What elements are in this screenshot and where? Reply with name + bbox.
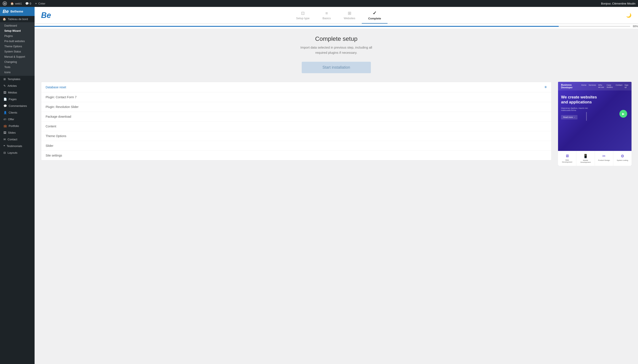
sidebar-item-dashboard[interactable]: Dashboard (0, 23, 35, 28)
sidebar-label-offer: Offer (8, 118, 14, 121)
sidebar-item-manual-support[interactable]: Manual & Support (0, 54, 35, 59)
preview-hero: We create websites and applications Maec… (558, 90, 631, 124)
sidebar-item-pre-built-websites[interactable]: Pre-built websites (0, 39, 35, 44)
wizard-step-websites[interactable]: ⊞ Websites (337, 7, 362, 23)
dark-mode-toggle[interactable]: 🌙 (626, 13, 631, 18)
system-coding-label: System coding (615, 159, 629, 161)
sidebar-item-medias[interactable]: 🖼 Médias (0, 89, 35, 96)
comments-count[interactable]: 💬 0 (25, 2, 31, 5)
create-button[interactable]: ＋ Créer (35, 2, 45, 6)
setup-subtitle: Import data selected in previous step, i… (41, 45, 631, 55)
preview-read-more-button: Read more → (561, 115, 577, 120)
sidebar-label-tableau-de-bord: Tableau de bord (8, 18, 28, 21)
portfolio-icon: 💼 (4, 124, 7, 128)
step-slider: Slider (41, 141, 551, 151)
sidebar-logo[interactable]: Be Betheme (0, 7, 35, 16)
step-package-download: Package download (41, 112, 551, 122)
wizard-step-basics[interactable]: ≡ Basics (316, 7, 337, 23)
sidebar-item-changelog[interactable]: Changelog (0, 59, 35, 64)
comments-number: 0 (30, 2, 31, 5)
wordpress-logo-icon: W (3, 1, 7, 6)
theme-options-label: Theme Options (46, 134, 66, 138)
sidebar-item-articles[interactable]: ✎ Articles (0, 82, 35, 89)
admin-bar-left: W 🏠 web1 💬 0 ＋ Créer (3, 1, 597, 6)
mobile-dev-icon: 📱 (578, 154, 592, 158)
plus-icon: ＋ (35, 2, 37, 6)
sidebar-item-system-status[interactable]: System Status (0, 49, 35, 54)
sidebar-label-contact: Contact (8, 138, 17, 141)
plugin-brand: Be (41, 8, 51, 22)
sidebar-item-icons[interactable]: Icons (0, 70, 35, 75)
sidebar-item-layouts[interactable]: ⊟ Layouts (0, 150, 35, 156)
mobile-dev-label: Mobile Development (578, 159, 592, 163)
clients-icon: 👤 (4, 111, 7, 114)
site-settings-label: Site settings (46, 154, 62, 157)
content-area: Be ⊡ Setup type ≡ Basics ⊞ Websites ✓ Co… (35, 7, 638, 364)
sidebar-label-medias: Médias (8, 91, 17, 94)
sidebar-item-portfolio[interactable]: 💼 Portfolio (0, 123, 35, 129)
progress-row: 88% (35, 24, 638, 29)
sidebar-item-theme-options[interactable]: Theme Options (0, 44, 35, 49)
sidebar-item-setup-wizard[interactable]: Setup Wizard (0, 28, 35, 34)
preview-nav-links: Home Services Who we are Case studies Co… (581, 84, 628, 88)
database-reset-label: Database reset (46, 86, 66, 89)
sidebar-item-clients[interactable]: 👤 Clients (0, 109, 35, 116)
wizard-step-setup-type[interactable]: ⊡ Setup type (290, 7, 316, 23)
comment-icon: 💬 (25, 2, 29, 5)
sidebar-item-commentaires[interactable]: 💬 Commentaires (0, 102, 35, 109)
preview-card-system-coding: ⚙ System coding (613, 151, 631, 166)
site-name-link[interactable]: web1 (15, 2, 22, 5)
templates-icon: ⊞ (4, 78, 6, 81)
sidebar-label-testimonials: Testimonials (7, 144, 22, 148)
setup-type-label: Setup type (296, 16, 309, 20)
sidebar-item-slides[interactable]: 🖼 Slides (0, 129, 35, 136)
svg-text:W: W (4, 2, 6, 5)
wizard-step-complete[interactable]: ✓ Complete (362, 7, 388, 24)
web-dev-icon: 🖥 (560, 154, 574, 158)
setup-type-icon: ⊡ (301, 10, 305, 16)
sidebar-item-testimonials[interactable]: ❝ Testimonials (0, 143, 35, 150)
spinner-icon: ✳ (544, 85, 547, 89)
product-design-label: Product Design (597, 159, 611, 161)
create-link[interactable]: Créer (38, 2, 45, 5)
preview-cards: 🖥 Web Development 📱 Mobile Development ✂… (558, 151, 631, 166)
nav-link-services: Services (588, 84, 596, 88)
slider-label: Slider (46, 144, 53, 148)
sidebar-item-templates[interactable]: ⊞ Templates (0, 76, 35, 82)
wizard-steps: ⊡ Setup type ≡ Basics ⊞ Websites ✓ Compl… (290, 7, 388, 24)
sidebar-item-offer[interactable]: 🏷 Offer (0, 116, 35, 123)
user-greeting: Bonjour, Clémentine Moulin (601, 2, 635, 5)
step-site-settings: Site settings (41, 151, 551, 160)
sidebar-item-pages[interactable]: 📄 Pages (0, 96, 35, 102)
brand-be-logo: Be (3, 9, 9, 14)
websites-label: Websites (344, 16, 355, 20)
preview-card-product-design: ✂ Product Design (595, 151, 613, 166)
sidebar-label-slides: Slides (8, 131, 16, 134)
sidebar-label-portfolio: Portfolio (9, 124, 19, 128)
contact-icon: ✉ (4, 138, 6, 141)
preview-hero-subtitle: Maecenas dapibus, mauris nec malesuada f… (561, 107, 596, 112)
sidebar-item-contact[interactable]: ✉ Contact (0, 136, 35, 143)
install-steps-list: Database reset ✳ Plugin: Contact Form 7 … (41, 82, 551, 160)
preview-inner: Business Developer Home Services Who we … (558, 82, 631, 151)
sidebar-item-tools[interactable]: Tools (0, 64, 35, 70)
preview-nav: Business Developer Home Services Who we … (558, 82, 631, 90)
sidebar-label-templates: Templates (8, 78, 20, 81)
step-database-reset: Database reset ✳ (41, 82, 551, 92)
preview-card-mobile-dev: 📱 Mobile Development (576, 151, 595, 166)
sidebar-item-tableau-de-bord[interactable]: 🏠 Tableau de bord (0, 16, 35, 22)
brand-name: Betheme (10, 10, 23, 13)
admin-bar-site[interactable]: 🏠 web1 (10, 2, 22, 5)
layouts-icon: ⊟ (4, 151, 6, 154)
nav-link-home: Home (581, 84, 586, 88)
nav-link-case-studies: Case studies (607, 84, 613, 88)
start-installation-button[interactable]: Start installation (302, 62, 371, 73)
pages-icon: 📄 (4, 98, 7, 101)
preview-nav-logo: Business Developer (561, 84, 579, 89)
sidebar-label-pages: Pages (9, 98, 17, 101)
nav-link-contact: Contact (615, 84, 622, 88)
admin-bar-right: Bonjour, Clémentine Moulin (601, 2, 635, 5)
sidebar-item-plugins[interactable]: Plugins (0, 34, 35, 39)
slides-icon: 🖼 (4, 131, 6, 134)
main-content: Complete setup Import data selected in p… (35, 29, 638, 364)
